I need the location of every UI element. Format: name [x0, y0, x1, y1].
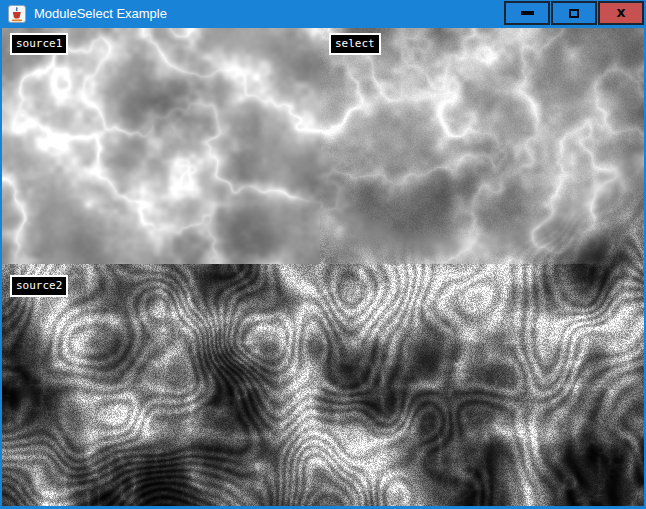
select-label: select [329, 33, 381, 55]
source2-label: source2 [10, 275, 68, 297]
window-controls: x [504, 1, 644, 25]
maximize-icon [569, 9, 579, 18]
minimize-icon [521, 11, 534, 15]
app-window: ModuleSelect Example x source1 select so… [0, 0, 646, 509]
render-area: source1 select source2 [2, 28, 644, 506]
source1-label: source1 [10, 33, 68, 55]
java-coffee-cup-icon-svg [8, 5, 26, 23]
java-coffee-cup-icon[interactable] [8, 5, 26, 23]
source2-noise-image [2, 264, 644, 506]
close-button[interactable]: x [598, 1, 644, 25]
titlebar[interactable]: ModuleSelect Example x [0, 0, 646, 28]
window-title: ModuleSelect Example [34, 0, 167, 28]
source1-noise-image [2, 28, 320, 264]
minimize-button[interactable] [504, 1, 550, 25]
close-icon: x [616, 5, 625, 19]
maximize-button[interactable] [551, 1, 597, 25]
